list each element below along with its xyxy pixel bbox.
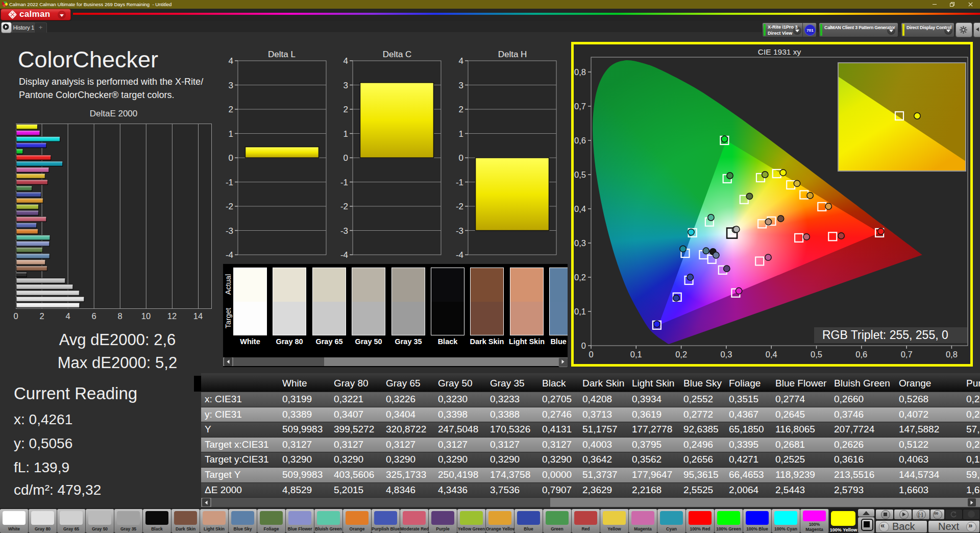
svg-text:0,5: 0,5 [574, 170, 586, 179]
svg-text:Delta L: Delta L [268, 50, 296, 59]
svg-text:-2: -2 [340, 202, 348, 211]
svg-text:4: 4 [229, 56, 233, 66]
svg-text:4: 4 [459, 56, 463, 66]
svg-text:-1: -1 [340, 178, 348, 187]
svg-text:2: 2 [229, 105, 233, 114]
svg-text:0,8: 0,8 [946, 350, 958, 359]
svg-text:-4: -4 [340, 250, 348, 260]
svg-text:0,4: 0,4 [766, 350, 777, 359]
svg-text:1: 1 [229, 129, 233, 139]
svg-text:0,3: 0,3 [720, 350, 732, 359]
svg-text:Delta C: Delta C [383, 50, 412, 59]
svg-text:-2: -2 [226, 202, 233, 211]
svg-text:0: 0 [459, 153, 463, 163]
svg-text:-1: -1 [456, 178, 463, 187]
svg-text:0,1: 0,1 [630, 350, 642, 359]
svg-text:0,4: 0,4 [574, 204, 586, 213]
svg-text:2: 2 [459, 105, 463, 114]
svg-text:-3: -3 [340, 226, 348, 236]
svg-text:1: 1 [459, 129, 463, 139]
svg-text:0,2: 0,2 [675, 350, 687, 359]
svg-text:0,8: 0,8 [574, 67, 586, 77]
svg-text:1: 1 [344, 129, 348, 139]
svg-text:3: 3 [229, 81, 233, 90]
svg-text:0: 0 [589, 350, 593, 359]
svg-text:0,3: 0,3 [574, 238, 586, 248]
svg-text:-4: -4 [226, 250, 233, 260]
svg-text:0,7: 0,7 [901, 350, 913, 359]
svg-text:2: 2 [344, 105, 348, 114]
svg-text:3: 3 [344, 81, 348, 90]
svg-text:0: 0 [581, 341, 586, 350]
svg-text:0,5: 0,5 [811, 350, 822, 359]
svg-text:0,7: 0,7 [574, 102, 586, 111]
svg-text:0,6: 0,6 [574, 136, 586, 145]
svg-text:-1: -1 [226, 178, 233, 187]
svg-text:3: 3 [459, 81, 463, 90]
svg-text:0,2: 0,2 [574, 273, 586, 282]
svg-text:-3: -3 [456, 226, 463, 236]
svg-text:0: 0 [344, 153, 348, 163]
svg-text:0,6: 0,6 [855, 350, 867, 359]
svg-text:4: 4 [344, 56, 348, 66]
svg-text:0,1: 0,1 [574, 307, 586, 316]
svg-text:-3: -3 [226, 226, 233, 236]
svg-text:RGB Triplet: 255, 255, 0: RGB Triplet: 255, 255, 0 [822, 328, 948, 342]
svg-text:CIE 1931 xy: CIE 1931 xy [758, 47, 801, 56]
svg-text:Delta H: Delta H [498, 50, 527, 59]
svg-text:-4: -4 [456, 250, 463, 260]
svg-text:-2: -2 [456, 202, 463, 211]
svg-text:0: 0 [229, 153, 233, 163]
